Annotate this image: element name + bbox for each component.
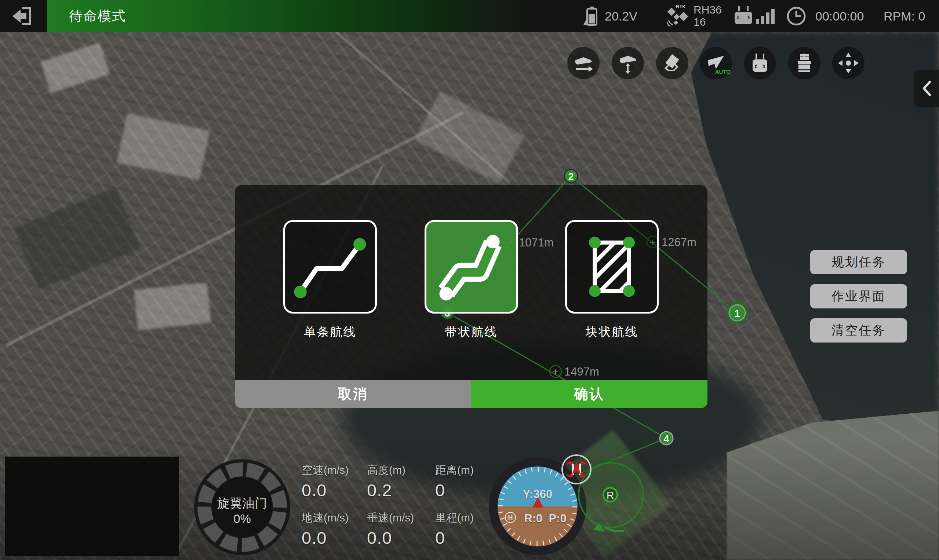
- option-single-route[interactable]: [283, 220, 377, 314]
- chevron-left-icon: [922, 80, 931, 97]
- option-label-block: 块状航线: [565, 324, 658, 340]
- block-route-icon: [567, 222, 657, 312]
- altitude-label: 高度(m): [367, 463, 414, 478]
- distance-value: 0: [435, 480, 474, 500]
- telemetry-col-altitude: 高度(m) 0.2 垂速(m/s) 0.0: [367, 463, 414, 548]
- battery-icon: [583, 6, 600, 26]
- home-point-icon: H: [505, 512, 516, 523]
- airspeed-value: 0.0: [302, 480, 348, 500]
- pan-dpad-icon: [837, 52, 859, 74]
- work-screen-button[interactable]: 作业界面: [810, 284, 907, 308]
- flight-mode-label: 待命模式: [69, 0, 126, 32]
- clear-task-button[interactable]: 清空任务: [810, 318, 907, 343]
- fpv-video-panel[interactable]: [5, 457, 179, 556]
- option-strip-route[interactable]: [424, 220, 518, 314]
- mileage-label: 里程(m): [435, 511, 474, 526]
- eraser-button[interactable]: [656, 47, 688, 79]
- rtk-count: 16: [694, 16, 722, 28]
- attitude-pointer: [532, 497, 543, 508]
- rtk-name: RH36: [694, 4, 722, 16]
- throttle-label: 旋翼油门: [200, 495, 285, 512]
- plane-forward-button[interactable]: [567, 47, 600, 79]
- flight-timer: 00:00:00: [815, 0, 864, 32]
- rpm-readout: RPM: 0: [883, 0, 925, 32]
- pump-settings-button[interactable]: [788, 47, 820, 79]
- rtk-station-name: RH36 16: [694, 4, 722, 28]
- confirm-button[interactable]: 确认: [471, 380, 708, 408]
- roll-pitch-readout: R:0 P:0: [520, 512, 571, 525]
- single-route-icon: [285, 222, 375, 312]
- plane-forward-icon: [572, 52, 594, 74]
- pump-icon: [793, 52, 815, 74]
- throttle-value: 0%: [200, 512, 285, 526]
- airspeed-label: 空速(m/s): [302, 463, 348, 478]
- mileage-value: 0: [435, 528, 474, 548]
- strip-route-icon: [426, 222, 516, 312]
- plan-task-button[interactable]: 规划任务: [810, 250, 907, 274]
- rtk-satellite-icon[interactable]: RTK: [663, 4, 691, 28]
- telemetry-col-airspeed: 空速(m/s) 0.0 地速(m/s) 0.0: [302, 463, 348, 548]
- groundspeed-value: 0.0: [302, 528, 348, 548]
- cancel-button[interactable]: 取消: [235, 380, 471, 408]
- clock-icon: [786, 6, 806, 26]
- remote-controller-icon: [749, 52, 771, 74]
- rtk-badge: RTK: [676, 4, 686, 9]
- vspeed-label: 垂速(m/s): [367, 511, 414, 526]
- plane-altitude-icon: [617, 52, 639, 74]
- remote-settings-button[interactable]: [744, 47, 776, 79]
- distance-label: 距离(m): [435, 463, 474, 478]
- telemetry-col-distance: 距离(m) 0 里程(m) 0: [435, 463, 474, 548]
- back-exit-icon[interactable]: [11, 6, 37, 26]
- route-type-dialog: 单条航线 带状航线 块状航线 取消 确认: [235, 185, 708, 408]
- auto-label: AUTO: [715, 69, 731, 75]
- pan-map-button[interactable]: [832, 47, 865, 79]
- eraser-icon: [661, 52, 683, 74]
- groundspeed-label: 地速(m/s): [302, 511, 348, 526]
- signal-bars-icon: [755, 8, 776, 24]
- collapse-panel-button[interactable]: [914, 70, 939, 107]
- altitude-value: 0.2: [367, 480, 414, 500]
- vspeed-value: 0.0: [367, 528, 414, 548]
- option-label-strip: 带状航线: [424, 324, 518, 340]
- top-status-bar: 待命模式 20.2V RTK RH36 16: [0, 0, 939, 32]
- battery-voltage: 20.2V: [605, 0, 637, 32]
- option-label-single: 单条航线: [283, 324, 377, 340]
- app-root: + 1071m + 1267m + 1497m 2 3 4 1: [0, 0, 939, 560]
- plane-altitude-button[interactable]: [612, 47, 644, 79]
- auto-mode-button[interactable]: AUTO: [700, 47, 732, 79]
- remote-controller-icon: [733, 5, 754, 26]
- option-block-route[interactable]: [565, 220, 658, 314]
- map-building-patch: [134, 282, 211, 330]
